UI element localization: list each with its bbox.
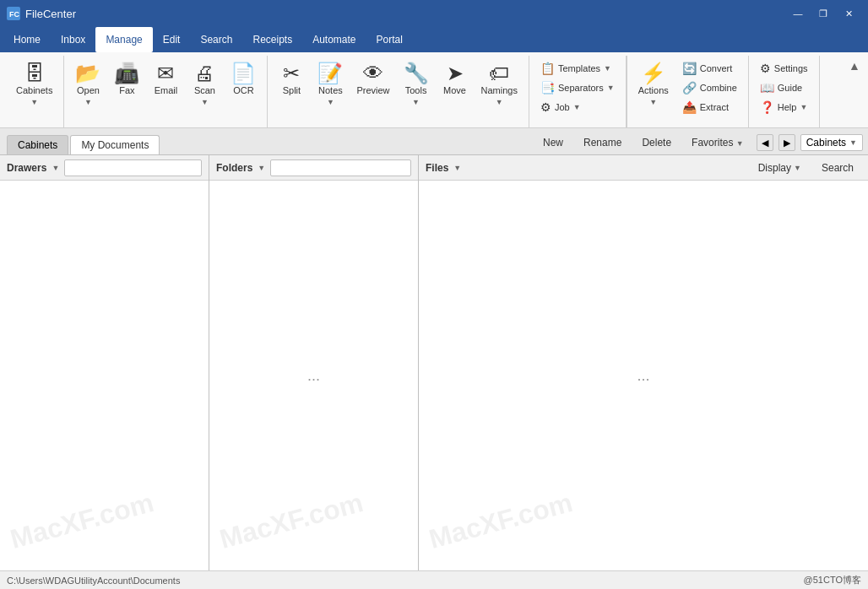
title-bar-left: FC FileCenter	[7, 7, 76, 20]
guide-button[interactable]: 📖 Guide	[754, 78, 814, 97]
actions-button[interactable]: ⚡ Actions▼	[632, 59, 675, 111]
namings-label: Namings▼	[481, 85, 518, 107]
cabinet-selector[interactable]: Cabinets ▼	[800, 134, 863, 151]
separators-icon: 📑	[540, 81, 555, 95]
templates-button[interactable]: 📋 Templates ▼	[534, 59, 621, 78]
help-ribbon-group: ⚙ Settings 📖 Guide ❓ Help ▼	[749, 56, 820, 127]
actions-icon: ⚡	[641, 63, 666, 84]
email-label: Email	[155, 85, 178, 96]
preview-label: Preview	[356, 85, 389, 96]
menu-inbox[interactable]: Inbox	[51, 27, 95, 52]
convert-label: Convert	[700, 63, 733, 73]
drawers-panel-header: Drawers ▼	[0, 155, 209, 181]
ocr-label: OCR	[233, 85, 253, 96]
files-dropdown-arrow[interactable]: ▼	[453, 164, 461, 172]
favorites-button[interactable]: Favorites ▼	[684, 134, 751, 151]
cabinets-ribbon-group: 🗄 Cabinets▼	[5, 56, 64, 127]
files-panel: Files ▼ Display ▼ Search ... MacXF.com	[419, 155, 868, 570]
delete-button[interactable]: Delete	[634, 134, 679, 151]
drawers-content: MacXF.com	[0, 181, 209, 570]
tab-bar-right: New Rename Delete Favorites ▼ ◀ ▶ Cabine…	[535, 134, 863, 151]
folders-ellipsis: ...	[307, 367, 320, 385]
namings-button[interactable]: 🏷 Namings▼	[475, 59, 524, 111]
folders-dropdown-arrow[interactable]: ▼	[258, 164, 265, 172]
settings-label: Settings	[774, 63, 808, 73]
status-watermark: @51CTO博客	[804, 574, 861, 586]
my-documents-tab[interactable]: My Documents	[70, 135, 160, 154]
rename-button[interactable]: Rename	[576, 134, 629, 151]
settings-icon: ⚙	[760, 62, 771, 75]
move-icon: ➤	[447, 63, 464, 84]
separators-label: Separators	[558, 83, 604, 93]
job-button[interactable]: ⚙ Job ▼	[534, 98, 621, 116]
menu-automate[interactable]: Automate	[302, 27, 366, 52]
cabinets-button[interactable]: 🗄 Cabinets▼	[10, 59, 58, 111]
favorites-dropdown-arrow: ▼	[736, 139, 744, 148]
split-button[interactable]: ✂ Split	[273, 59, 310, 100]
minimize-button[interactable]: —	[785, 5, 811, 22]
tools-dropdown-arrow: ▼	[412, 98, 420, 106]
help-stack: ⚙ Settings 📖 Guide ❓ Help ▼	[754, 59, 814, 116]
edit-group-buttons: ✂ Split 📝 Notes▼ 👁 Preview 🔧 Tools▼ ➤ Mo…	[273, 56, 524, 127]
title-bar-controls: — ❐ ✕	[785, 5, 861, 22]
email-icon: ✉	[157, 63, 174, 84]
new-button[interactable]: New	[535, 134, 571, 151]
job-icon: ⚙	[540, 100, 551, 114]
guide-label: Guide	[778, 83, 802, 93]
menu-edit[interactable]: Edit	[153, 27, 191, 52]
files-search-button[interactable]: Search	[814, 159, 861, 176]
scan-button[interactable]: 🖨 Scan▼	[186, 59, 223, 111]
convert-button[interactable]: 🔄 Convert	[676, 59, 743, 78]
drawers-search-input[interactable]	[64, 159, 202, 176]
open-label: Open▼	[77, 85, 100, 107]
open-button[interactable]: 📂 Open▼	[69, 59, 106, 111]
files-header-right: Display ▼ Search	[751, 159, 861, 176]
tab-bar: Cabinets My Documents New Rename Delete …	[0, 128, 868, 155]
cabinets-tab[interactable]: Cabinets	[7, 135, 68, 154]
email-button[interactable]: ✉ Email	[147, 59, 184, 100]
combine-icon: 🔗	[682, 81, 697, 95]
tools-button[interactable]: 🔧 Tools▼	[398, 59, 435, 111]
templates-stack: 📋 Templates ▼ 📑 Separators ▼ ⚙ Job ▼	[534, 59, 621, 116]
folders-content: ... MacXF.com	[209, 181, 418, 570]
help-icon: ❓	[760, 100, 774, 114]
restore-button[interactable]: ❐	[811, 5, 836, 22]
convert-icon: 🔄	[682, 62, 697, 75]
status-path: C:\Users\WDAGUtilityAccount\Documents	[7, 575, 180, 586]
job-label: Job	[555, 102, 570, 112]
menu-search[interactable]: Search	[190, 27, 242, 52]
settings-button[interactable]: ⚙ Settings	[754, 59, 814, 78]
actions-label: Actions▼	[638, 85, 669, 107]
nav-prev-button[interactable]: ◀	[757, 134, 773, 151]
split-icon: ✂	[283, 63, 300, 84]
preview-button[interactable]: 👁 Preview	[350, 59, 395, 100]
menu-receipts[interactable]: Receipts	[242, 27, 302, 52]
help-button[interactable]: ❓ Help ▼	[754, 98, 814, 116]
move-button[interactable]: ➤ Move	[437, 59, 474, 100]
favorites-label: Favorites	[692, 137, 733, 149]
separators-button[interactable]: 📑 Separators ▼	[534, 78, 621, 97]
extract-button[interactable]: 📤 Extract	[676, 98, 743, 116]
folders-search-input[interactable]	[270, 159, 411, 176]
display-button[interactable]: Display ▼	[751, 159, 809, 176]
drawers-label: Drawers	[7, 162, 46, 174]
templates-icon: 📋	[540, 62, 555, 75]
menu-home[interactable]: Home	[3, 27, 51, 52]
menu-portal[interactable]: Portal	[366, 27, 413, 52]
combine-button[interactable]: 🔗 Combine	[676, 78, 743, 97]
notes-dropdown-arrow: ▼	[327, 98, 334, 106]
ocr-button[interactable]: 📄 OCR	[225, 59, 262, 100]
close-button[interactable]: ✕	[836, 5, 861, 22]
nav-next-button[interactable]: ▶	[778, 134, 795, 151]
cabinet-selector-label: Cabinets	[806, 137, 846, 149]
app-title: FileCenter	[25, 8, 76, 20]
files-ellipsis: ...	[637, 367, 649, 385]
fax-button[interactable]: 📠 Fax	[108, 59, 145, 100]
status-bar: C:\Users\WDAGUtilityAccount\Documents @5…	[0, 570, 868, 589]
separators-dropdown-arrow: ▼	[607, 84, 615, 92]
folders-panel: Folders ▼ ... MacXF.com	[209, 155, 419, 570]
notes-button[interactable]: 📝 Notes▼	[312, 59, 349, 111]
menu-manage[interactable]: Manage	[95, 27, 152, 52]
drawers-dropdown-arrow[interactable]: ▼	[52, 164, 59, 172]
ribbon-collapse-button[interactable]: ▲	[846, 57, 863, 74]
